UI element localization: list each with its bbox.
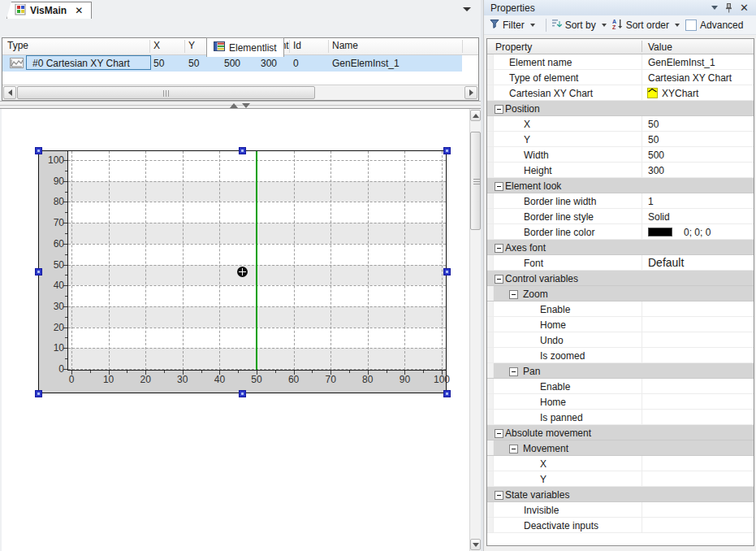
property-row[interactable]: Width500 — [487, 147, 754, 163]
selection-handle[interactable] — [35, 268, 42, 276]
tab-close-icon[interactable]: ✕ — [75, 7, 83, 15]
property-row[interactable]: Height300 — [487, 163, 754, 178]
property-value[interactable]: 50 — [648, 119, 659, 130]
group-row[interactable]: Absolute movement — [487, 425, 754, 440]
column-separator[interactable] — [289, 40, 290, 53]
table-row[interactable]: #0 Cartesian XY Chart50505003000GenElemI… — [2, 55, 462, 72]
advanced-checkbox[interactable] — [685, 20, 697, 31]
property-row[interactable]: Type of elementCartesian XY Chart — [487, 70, 754, 85]
move-handle-icon[interactable] — [237, 267, 248, 277]
selection-handle[interactable] — [239, 390, 246, 397]
property-row[interactable]: Y — [487, 471, 754, 487]
collapse-expander-icon[interactable] — [509, 445, 518, 453]
row-cell[interactable]: 0 — [293, 58, 299, 69]
row-cell[interactable]: #0 Cartesian XY Chart — [32, 58, 130, 69]
row-cell[interactable]: 500 — [224, 58, 240, 69]
subgroup-row[interactable]: Movement — [487, 440, 754, 456]
splitter-collapse-down-icon[interactable] — [242, 103, 250, 108]
selection-handle[interactable] — [443, 147, 451, 154]
property-row[interactable]: Enable — [487, 302, 754, 317]
pin-icon[interactable] — [725, 3, 732, 13]
property-row[interactable]: Home — [487, 394, 754, 410]
scrollbar-thumb[interactable] — [470, 132, 481, 230]
tab-vismain[interactable]: VisMain ✕ — [6, 2, 92, 19]
column-separator[interactable] — [328, 40, 329, 53]
table-horizontal-scrollbar[interactable] — [2, 85, 478, 100]
column-header-y[interactable]: Y — [188, 40, 195, 51]
sort-order-button[interactable]: A Z Sort order — [612, 19, 682, 32]
group-row[interactable]: Control variables — [487, 271, 754, 286]
color-swatch[interactable] — [648, 228, 672, 236]
group-row[interactable]: State variables — [487, 487, 754, 502]
properties-titlebar[interactable]: Properties ✕ — [484, 0, 756, 15]
property-value[interactable]: Solid — [648, 211, 670, 223]
property-row[interactable]: Invisible — [487, 502, 754, 518]
visualization-canvas[interactable]: 0102030405060708090100010203040506070809… — [2, 109, 469, 551]
collapse-expander-icon[interactable] — [509, 290, 518, 299]
column-header-id[interactable]: Id — [293, 40, 301, 51]
row-cell[interactable]: GenElemInst_1 — [332, 58, 400, 69]
group-row[interactable]: Position — [487, 101, 754, 116]
group-row[interactable]: Element look — [487, 178, 754, 193]
column-header-name[interactable]: Name — [332, 40, 358, 51]
property-row[interactable]: Border line color0; 0; 0 — [487, 224, 754, 240]
advanced-toggle[interactable]: Advanced — [685, 20, 746, 31]
row-cell[interactable]: 50 — [153, 58, 164, 69]
selection-handle[interactable] — [239, 147, 246, 154]
tab-elementlist[interactable]: Elementlist — [206, 37, 284, 57]
selection-handle[interactable] — [443, 390, 451, 397]
scroll-left-button[interactable] — [3, 86, 16, 99]
sort-by-button[interactable]: Sort by — [551, 19, 609, 31]
collapse-expander-icon[interactable] — [495, 491, 503, 500]
subgroup-row[interactable]: Zoom — [487, 286, 754, 302]
subgroup-row[interactable]: Pan — [487, 363, 754, 379]
collapse-expander-icon[interactable] — [495, 244, 503, 253]
scroll-right-button[interactable] — [464, 86, 477, 99]
property-value[interactable]: 1 — [648, 196, 654, 207]
collapse-expander-icon[interactable] — [495, 429, 503, 438]
property-value[interactable]: 500 — [648, 150, 664, 161]
property-row[interactable]: Undo — [487, 332, 754, 348]
splitter-collapse-up-icon[interactable] — [230, 103, 238, 108]
scroll-down-button[interactable] — [470, 539, 481, 550]
property-value[interactable]: GenElemInst_1 — [648, 57, 715, 68]
property-row[interactable]: Enable — [487, 379, 754, 394]
property-value[interactable]: 0; 0; 0 — [684, 227, 711, 238]
property-value[interactable]: 300 — [648, 165, 664, 176]
group-row[interactable]: Axes font — [487, 240, 754, 255]
property-value[interactable]: XYChart — [662, 88, 698, 99]
selection-handle[interactable] — [443, 268, 451, 276]
collapse-expander-icon[interactable] — [509, 367, 518, 376]
collapse-expander-icon[interactable] — [495, 182, 503, 191]
property-row[interactable]: X50 — [487, 116, 754, 132]
row-cell[interactable]: 50 — [188, 58, 199, 69]
row-cell[interactable]: 300 — [261, 58, 277, 69]
window-menu-icon[interactable] — [711, 6, 718, 10]
property-row[interactable]: Y50 — [487, 132, 754, 147]
collapse-expander-icon[interactable] — [495, 105, 503, 114]
horizontal-splitter[interactable] — [0, 101, 483, 109]
property-value[interactable]: Default — [648, 256, 684, 269]
property-row[interactable]: Is panned — [487, 410, 754, 425]
selection-handle[interactable] — [35, 390, 42, 397]
scroll-up-button[interactable] — [470, 110, 481, 121]
close-icon[interactable]: ✕ — [740, 3, 749, 12]
property-row[interactable]: FontDefault — [487, 255, 754, 271]
column-separator[interactable] — [184, 40, 185, 53]
column-header-type[interactable]: Type — [7, 40, 28, 51]
property-row[interactable]: Deactivate inputs — [487, 518, 754, 533]
column-separator[interactable] — [462, 40, 463, 53]
chart-cursor-line[interactable] — [256, 151, 257, 370]
column-divider[interactable] — [642, 41, 642, 52]
tab-list-chevron-down-icon[interactable] — [463, 7, 471, 11]
property-row[interactable]: Cartesian XY ChartXYChart — [487, 85, 754, 101]
selection-handle[interactable] — [35, 147, 42, 154]
filter-button[interactable]: Filter — [490, 19, 538, 31]
column-header-x[interactable]: X — [153, 40, 160, 51]
collapse-expander-icon[interactable] — [495, 275, 503, 284]
property-row[interactable]: Border line styleSolid — [487, 209, 754, 224]
property-row[interactable]: Element nameGenElemInst_1 — [487, 54, 754, 70]
canvas-vertical-scrollbar[interactable] — [469, 109, 481, 551]
column-separator[interactable] — [149, 40, 150, 53]
property-row[interactable]: Is zoomed — [487, 348, 754, 363]
